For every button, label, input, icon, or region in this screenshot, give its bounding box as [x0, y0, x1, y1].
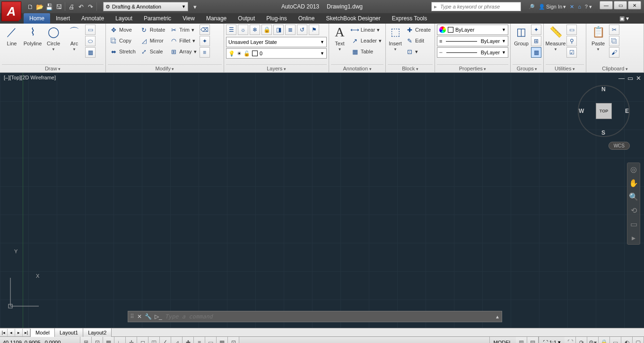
panel-layers-title[interactable]: Layers	[226, 64, 327, 72]
clean-screen-icon[interactable]: ▢	[633, 337, 644, 343]
erase-icon[interactable]: ⌫	[200, 25, 210, 35]
fillet-button[interactable]: ◠Fillet ▾	[168, 35, 198, 46]
viewcube-east[interactable]: E	[625, 108, 629, 114]
dyn-icon[interactable]: ✚	[183, 337, 194, 343]
vp-maximize-icon[interactable]: ▭	[627, 75, 633, 82]
offset-icon[interactable]: ≡	[200, 47, 210, 58]
drawing-canvas[interactable]: [–][Top][2D Wireframe] — ▭ ✕ TOP N S E W…	[0, 73, 644, 328]
cmdline-customize-icon[interactable]: 🔧	[145, 313, 152, 320]
osnap-icon[interactable]: ◻	[137, 337, 148, 343]
orbit-icon[interactable]: ⟲	[631, 206, 637, 215]
select-icon[interactable]: ▭	[566, 25, 577, 35]
text-button[interactable]: AText▼	[331, 25, 348, 51]
viewcube-west[interactable]: W	[579, 108, 584, 114]
3dosnap-icon[interactable]: ◫	[148, 337, 160, 343]
rectangle-icon[interactable]: ▭	[85, 25, 96, 35]
mirror-button[interactable]: ◿Mirror	[139, 35, 167, 46]
tab-output[interactable]: Output	[232, 13, 261, 24]
line-button[interactable]: ／Line	[2, 25, 22, 46]
new-icon[interactable]: 🗋	[26, 2, 35, 11]
save-icon[interactable]: 💾	[44, 2, 54, 11]
viewcube-north[interactable]: N	[601, 86, 606, 93]
layout-prev-icon[interactable]: ◂	[8, 329, 15, 336]
search-input[interactable]	[439, 4, 521, 9]
nav-more-icon[interactable]: ▸	[632, 233, 635, 242]
rotate-button[interactable]: ↻Rotate	[139, 25, 167, 35]
tab-layout2[interactable]: Layout2	[83, 328, 112, 337]
layout-first-icon[interactable]: |◂	[0, 329, 8, 336]
tab-express[interactable]: Express Tools	[386, 13, 433, 24]
workspace-switch-icon[interactable]: ⚙▾	[587, 337, 599, 343]
panel-modify-title[interactable]: Modify	[108, 64, 222, 72]
tab-view[interactable]: View	[177, 13, 200, 24]
create-button[interactable]: ✚Create	[404, 25, 433, 35]
tab-layout[interactable]: Layout	[110, 13, 138, 24]
command-input[interactable]	[165, 313, 492, 320]
viewcube-south[interactable]: S	[601, 129, 605, 136]
ungroup-icon[interactable]: ✦	[531, 25, 541, 35]
quickview-layouts-icon[interactable]: ▥	[516, 337, 527, 343]
close-button[interactable]: ✕	[628, 1, 641, 9]
tab-plugins[interactable]: Plug-ins	[261, 13, 292, 24]
tab-sketchbook[interactable]: SketchBook Designer	[320, 13, 386, 24]
panel-properties-title[interactable]: Properties	[437, 64, 508, 72]
arc-button[interactable]: ⌒Arc▼	[64, 25, 84, 51]
lineweight-combo[interactable]: ≡ByLayer▼	[437, 36, 508, 46]
anno-autoscale-icon[interactable]: ⟳	[576, 337, 587, 343]
panel-draw-title[interactable]: Draw	[2, 64, 104, 72]
tab-model[interactable]: Model	[31, 328, 55, 337]
panel-utilities-title[interactable]: Utilities	[546, 64, 584, 72]
panel-groups-title[interactable]: Groups	[513, 64, 541, 72]
signin-button[interactable]: 👤 Sign In ▾	[539, 4, 566, 10]
showmotion-icon[interactable]: ▭	[630, 220, 637, 229]
infocenter-search[interactable]: ▸	[431, 2, 521, 11]
circle-button[interactable]: ◯Circle▼	[44, 25, 63, 51]
infer-constraints-icon[interactable]: ⊞	[80, 337, 92, 343]
viewport-label[interactable]: [–][Top][2D Wireframe]	[4, 75, 56, 80]
coordinates-readout[interactable]: 40.1109, 0.9005 , 0.0000	[0, 337, 80, 343]
measure-button[interactable]: 📏Measure▼	[546, 25, 566, 51]
anno-scale[interactable]: ⛶ 1:1▾	[539, 337, 565, 343]
qp-icon[interactable]: ▦	[217, 337, 228, 343]
linear-button[interactable]: ⟷Linear ▾	[349, 25, 383, 35]
minimize-button[interactable]: —	[600, 1, 613, 9]
layer-match-icon[interactable]: ≣	[285, 25, 296, 35]
tab-layout1[interactable]: Layout1	[55, 328, 83, 337]
autodesk-icon[interactable]: ⌂	[578, 4, 581, 9]
paste-button[interactable]: 📋Paste▼	[588, 25, 608, 51]
layer-state-combo[interactable]: Unsaved Layer State▼	[226, 37, 327, 47]
print-icon[interactable]: 🖨	[67, 2, 76, 11]
layer-freeze-icon[interactable]: ❄	[250, 25, 260, 35]
layer-off-icon[interactable]: ☼	[238, 25, 248, 35]
layer-current-combo[interactable]: 💡 ☀ 🔓 0 ▼	[226, 48, 327, 59]
redo-icon[interactable]: ↷	[86, 2, 95, 11]
tab-annotate[interactable]: Annotate	[76, 13, 110, 24]
isolate-objects-icon[interactable]: ◐	[621, 337, 633, 343]
hatch-icon[interactable]: ▦	[85, 47, 96, 58]
quickselect-icon[interactable]: ⚲	[566, 36, 577, 46]
layer-iso-icon[interactable]: ◨	[273, 25, 284, 35]
search-icon[interactable]: 🔎	[528, 4, 535, 10]
exchange-icon[interactable]: ✕	[570, 4, 574, 10]
tpy-icon[interactable]: ▭	[205, 337, 217, 343]
tab-manage[interactable]: Manage	[200, 13, 232, 24]
lwt-icon[interactable]: ≡	[194, 337, 205, 343]
snap-icon[interactable]: ⊡	[92, 337, 103, 343]
vp-minimize-icon[interactable]: —	[618, 75, 625, 82]
scale-button[interactable]: ⤢Scale	[139, 46, 167, 57]
copy-clip-icon[interactable]: ⿻	[609, 36, 619, 46]
tab-insert[interactable]: Insert	[50, 13, 76, 24]
leader-button[interactable]: ↗Leader ▾	[349, 35, 383, 46]
cmdline-history-icon[interactable]: ▲	[495, 314, 500, 319]
linetype-combo[interactable]: ┈ByLayer▼	[437, 47, 508, 58]
viewcube-face[interactable]: TOP	[596, 103, 612, 119]
stretch-button[interactable]: ⬌Stretch	[108, 46, 138, 57]
layer-prev-icon[interactable]: ↺	[297, 25, 307, 35]
tab-online[interactable]: Online	[293, 13, 321, 24]
workspace-switcher[interactable]: ⚙ Drafting & Annotation ▼	[103, 2, 188, 11]
ellipse-icon[interactable]: ⬭	[85, 36, 96, 46]
qat-dropdown-icon[interactable]: ▾	[190, 2, 200, 11]
help-icon[interactable]: ? ▾	[585, 4, 592, 10]
tab-extra-icon[interactable]: ▣ ▾	[614, 13, 635, 24]
toolbar-lock-icon[interactable]: 🔒	[599, 337, 610, 343]
